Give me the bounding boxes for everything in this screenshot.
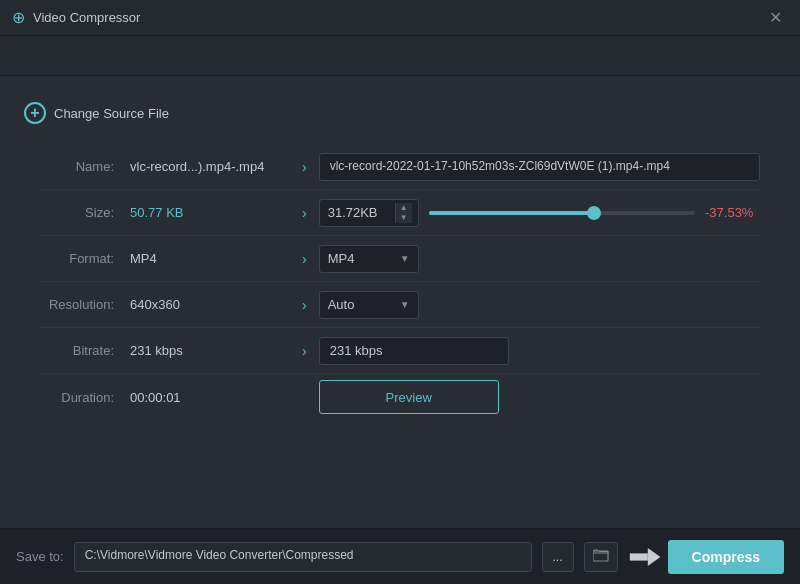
bitrate-arrow-icon: › [302,343,307,359]
close-button[interactable]: ✕ [763,6,788,29]
size-slider-fill [429,211,594,215]
duration-control-area: Preview [319,380,760,414]
resolution-control-area: Auto ▼ [319,291,760,319]
preview-button[interactable]: Preview [319,380,499,414]
size-slider-track[interactable] [429,211,695,215]
format-selected: MP4 [328,251,355,266]
folder-button[interactable] [584,542,618,572]
size-percent: -37.53% [705,205,760,220]
name-value: vlc-record...).mp4-.mp4 [130,159,290,174]
compress-arrow-icon [628,543,664,571]
size-slider-wrapper: -37.53% [429,205,760,220]
size-input-wrapper: ▲ ▼ [319,199,419,227]
bottom-bar: Save to: C:\Vidmore\Vidmore Video Conver… [0,528,800,584]
name-output-field: vlc-record-2022-01-17-10h52m03s-ZCl69dVt… [319,153,760,181]
size-row: Size: 50.77 KB › ▲ ▼ -37.53% [40,190,760,236]
compress-action-area: Compress [628,540,784,574]
resolution-row: Resolution: 640x360 › Auto ▼ [40,282,760,328]
size-input-field[interactable] [320,205,395,220]
size-label: Size: [40,205,130,220]
save-to-label: Save to: [16,549,64,564]
app-title: Video Compressor [33,10,140,25]
format-value: MP4 [130,251,290,266]
resolution-label: Resolution: [40,297,130,312]
duration-value: 00:00:01 [130,390,290,405]
main-content: + Change Source File Name: vlc-record...… [0,76,800,528]
change-source-button[interactable]: + Change Source File [0,96,800,140]
svg-rect-3 [629,553,647,560]
bitrate-control-area [319,337,760,365]
resolution-dropdown-arrow: ▼ [400,299,410,310]
browse-button[interactable]: ... [542,542,574,572]
format-label: Format: [40,251,130,266]
top-nav [0,36,800,76]
size-value: 50.77 KB [130,205,290,220]
size-up-button[interactable]: ▲ [396,203,412,213]
resolution-selected: Auto [328,297,355,312]
name-label: Name: [40,159,130,174]
bitrate-row: Bitrate: 231 kbps › [40,328,760,374]
size-slider-thumb[interactable] [587,206,601,220]
format-dropdown[interactable]: MP4 ▼ [319,245,419,273]
change-source-label: Change Source File [54,106,169,121]
bitrate-label: Bitrate: [40,343,130,358]
format-arrow-icon: › [302,251,307,267]
name-control-area: vlc-record-2022-01-17-10h52m03s-ZCl69dVt… [319,153,760,181]
size-down-button[interactable]: ▼ [396,213,412,223]
bitrate-input-field[interactable] [319,337,509,365]
resolution-dropdown[interactable]: Auto ▼ [319,291,419,319]
resolution-value: 640x360 [130,297,290,312]
resolution-arrow-icon: › [302,297,307,313]
duration-row: Duration: 00:00:01 › Preview [40,374,760,420]
format-dropdown-arrow: ▼ [400,253,410,264]
title-bar-left: ⊕ Video Compressor [12,8,140,27]
folder-icon [593,549,609,565]
app-icon: ⊕ [12,8,25,27]
save-path-display: C:\Vidmore\Vidmore Video Converter\Compr… [74,542,532,572]
size-control-area: ▲ ▼ -37.53% [319,199,760,227]
size-arrow-icon: › [302,205,307,221]
size-spinners: ▲ ▼ [395,203,412,223]
form-area: Name: vlc-record...).mp4-.mp4 › vlc-reco… [0,140,800,424]
name-row: Name: vlc-record...).mp4-.mp4 › vlc-reco… [40,144,760,190]
add-circle-icon: + [24,102,46,124]
bitrate-value: 231 kbps [130,343,290,358]
format-row: Format: MP4 › MP4 ▼ [40,236,760,282]
format-control-area: MP4 ▼ [319,245,760,273]
arrow-right-icon: › [302,159,307,175]
duration-label: Duration: [40,390,130,405]
title-bar: ⊕ Video Compressor ✕ [0,0,800,36]
compress-button[interactable]: Compress [668,540,784,574]
